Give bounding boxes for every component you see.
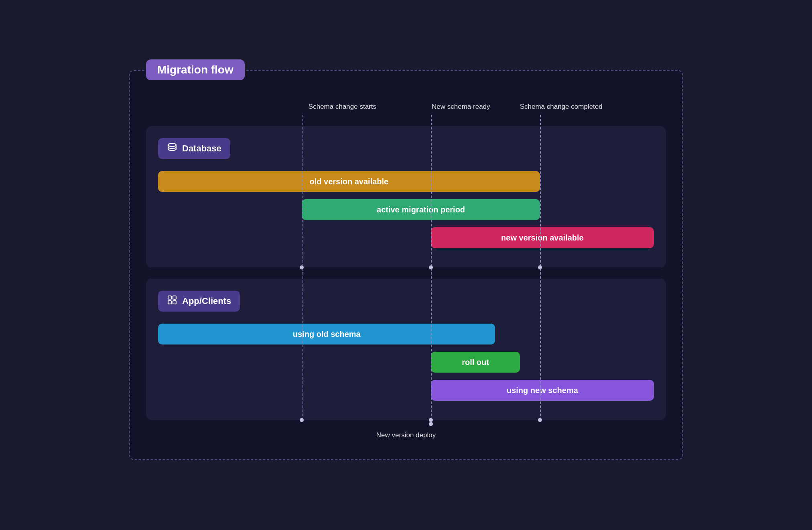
- svg-point-0: [168, 143, 176, 147]
- svg-rect-2: [173, 296, 176, 299]
- app-header: App/Clients: [158, 291, 240, 312]
- bar-using-old-schema: using old schema: [158, 324, 495, 344]
- database-section: Database old version availableactive mig…: [146, 126, 666, 267]
- bar-row-old-version: old version available: [158, 171, 654, 194]
- bar-row-roll-out: roll out: [158, 352, 654, 375]
- bar-new-version-db: new version available: [431, 227, 654, 248]
- bar-using-new-schema: using new schema: [431, 380, 654, 401]
- svg-rect-1: [168, 296, 171, 299]
- bar-row-active-migration: active migration period: [158, 199, 654, 222]
- app-icon: [167, 295, 177, 308]
- bottom-label: New version deploy: [146, 431, 666, 439]
- bar-old-version: old version available: [158, 171, 540, 192]
- bar-roll-out: roll out: [431, 352, 520, 373]
- dot-app-schema-change-starts: [300, 418, 304, 422]
- app-label: App/Clients: [182, 296, 231, 306]
- main-container: Migration flow Schema change startsNew s…: [129, 70, 683, 460]
- title-badge: Migration flow: [146, 59, 245, 80]
- svg-rect-3: [168, 301, 171, 304]
- bar-row-using-old-schema: using old schema: [158, 324, 654, 347]
- diagram-area: Schema change startsNew schema readySche…: [146, 83, 666, 439]
- svg-rect-4: [173, 301, 176, 304]
- dot-db-new-schema-ready: [429, 265, 433, 269]
- timeline-label-schema-change-completed: Schema change completed: [520, 103, 603, 111]
- bar-row-new-version-db: new version available: [158, 227, 654, 251]
- dot-new-version-deploy: [429, 422, 433, 426]
- timeline-label-new-schema-ready: New schema ready: [432, 103, 490, 111]
- app-section: App/Clients using old schemaroll outusin…: [146, 279, 666, 420]
- bar-row-using-new-schema: using new schema: [158, 380, 654, 403]
- database-label: Database: [182, 143, 221, 154]
- db-bars-container: old version availableactive migration pe…: [158, 171, 654, 251]
- dot-db-schema-change-completed: [538, 265, 542, 269]
- database-header: Database: [158, 138, 230, 159]
- timeline-labels: Schema change startsNew schema readySche…: [210, 103, 666, 119]
- bar-active-migration: active migration period: [302, 199, 540, 220]
- dot-db-schema-change-starts: [300, 265, 304, 269]
- dot-app-new-schema-ready: [429, 418, 433, 422]
- database-icon: [167, 142, 177, 155]
- dot-app-schema-change-completed: [538, 418, 542, 422]
- timeline-label-schema-change-starts: Schema change starts: [309, 103, 376, 111]
- app-bars-container: using old schemaroll outusing new schema: [158, 324, 654, 403]
